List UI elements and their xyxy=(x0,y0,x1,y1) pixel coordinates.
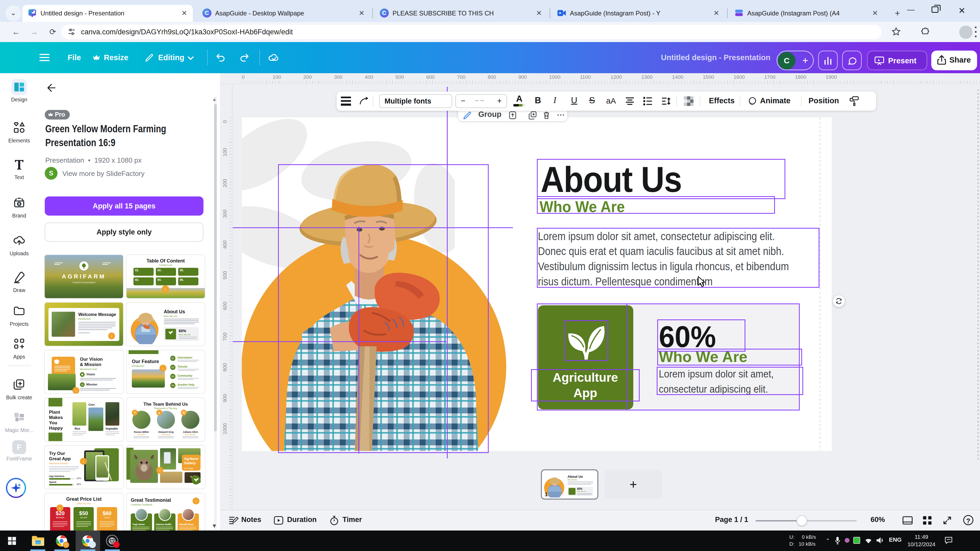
svg-text:co: co xyxy=(18,203,21,205)
